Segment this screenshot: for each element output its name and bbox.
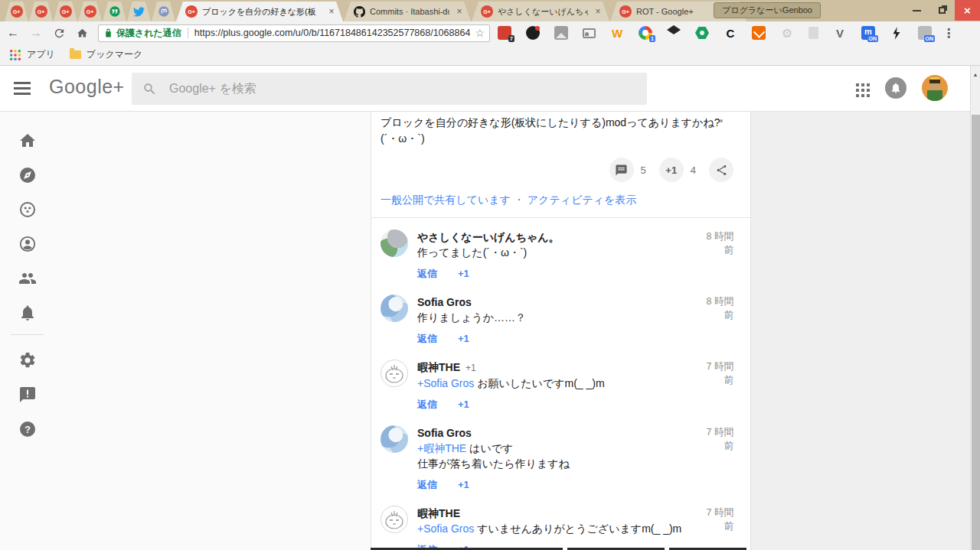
reply-link[interactable]: 返信 [417, 479, 437, 490]
menu-hamburger-icon[interactable] [14, 82, 32, 96]
url-text[interactable]: https://plus.google.com/u/0/b/1167184861… [194, 28, 471, 38]
plus-one-link[interactable]: +1 [458, 399, 469, 410]
comment-button[interactable] [609, 158, 634, 182]
commenter-name[interactable]: 暇神THE [417, 507, 460, 519]
reload-button[interactable] [49, 23, 69, 43]
pinned-tab-twitter[interactable] [127, 2, 151, 21]
google-apps-icon[interactable] [856, 83, 870, 97]
vimium-v-extension-icon[interactable]: V [833, 26, 847, 40]
m-on-extension-icon[interactable]: mON [861, 26, 875, 40]
sidebar-item-people[interactable] [18, 269, 37, 288]
user-avatar[interactable] [922, 75, 948, 101]
plus-one-link[interactable]: +1 [458, 333, 469, 344]
commenter-name[interactable]: Sofia Gros [417, 296, 472, 308]
black-c-extension-icon[interactable]: C [724, 26, 737, 40]
pinned-tab-mastodon[interactable] [152, 2, 175, 21]
minimize-button[interactable] [903, 0, 929, 21]
photos-extension-icon[interactable] [554, 26, 568, 40]
reply-link[interactable]: 返信 [417, 399, 437, 410]
folder-icon [70, 50, 81, 59]
post-menu-dot[interactable] [720, 119, 723, 122]
mention-link[interactable]: +Sofia Gros [417, 522, 474, 535]
search-input[interactable] [169, 82, 598, 96]
sidebar-item-home[interactable] [18, 132, 37, 150]
tab-blocks-post[interactable]: ブロックを自分の好きな形(板 [176, 2, 343, 21]
commenter-name[interactable]: やさしくなーいげんちゃん。 [417, 231, 560, 243]
sidebar-item-communities[interactable] [18, 200, 37, 219]
address-bar[interactable]: 保護された通信 https://plus.google.com/u/0/b/11… [98, 24, 490, 42]
restore-window-button[interactable] [929, 0, 955, 21]
hangouts-icon [109, 5, 121, 18]
notifications-bell-icon[interactable] [885, 77, 906, 99]
reply-link[interactable]: 返信 [417, 268, 437, 279]
commenter-name[interactable]: 暇神THE [417, 361, 460, 373]
bookmarks-folder[interactable]: ブックマーク [64, 48, 142, 61]
tab-genchan-profile[interactable]: やさしくなーいげんちゃん。- [472, 2, 609, 21]
orange-chart-extension-icon[interactable] [752, 26, 766, 40]
close-tab-icon[interactable] [454, 6, 465, 17]
close-window-button[interactable] [955, 0, 980, 21]
commenter-avatar[interactable] [381, 229, 408, 257]
google-plus-logo[interactable]: Google+ [49, 76, 125, 98]
google-plus-icon [185, 5, 198, 18]
search-box[interactable] [132, 73, 647, 105]
pinned-tab-hangouts[interactable] [103, 2, 126, 21]
plus-one-link[interactable]: +1 [458, 268, 469, 279]
share-button[interactable] [709, 158, 733, 182]
black-red-circle-extension-icon[interactable] [526, 26, 540, 40]
scrollbar-thumb[interactable] [972, 115, 980, 550]
mention-link[interactable]: +暇神THE [417, 442, 466, 454]
disabled-gear-extension-icon[interactable] [780, 26, 794, 40]
plus-one-button[interactable]: +1 [659, 158, 684, 182]
google-plus-icon [11, 5, 23, 18]
share-icon [715, 164, 728, 177]
comment-timestamp: 8 時間前 [704, 229, 733, 279]
sidebar-item-settings[interactable] [18, 351, 37, 369]
sidebar-item-feedback[interactable] [18, 386, 37, 404]
page-scrollbar[interactable] [970, 66, 980, 550]
wikipedia-w-extension-icon[interactable]: W [610, 26, 624, 40]
on-extension-icon[interactable]: ON [918, 26, 932, 40]
browser-profile-chip[interactable]: プログラなーいGenboo [714, 2, 821, 18]
scrollbar-up-arrow[interactable] [971, 66, 980, 76]
close-tab-icon[interactable] [326, 6, 337, 17]
tab-github-commits[interactable]: Commits · Itabashi-do [344, 2, 471, 21]
browser-menu-icon[interactable] [942, 26, 955, 41]
bookmark-star-icon[interactable] [475, 26, 485, 40]
google-g-extension-icon[interactable]: 1 [639, 26, 652, 40]
pinned-tab-google-plus-2[interactable] [29, 2, 53, 21]
mastodon-icon [158, 5, 170, 18]
layers-extension-icon[interactable] [667, 25, 681, 41]
commenter-avatar[interactable] [381, 295, 408, 322]
lightning-extension-icon[interactable] [890, 26, 903, 40]
pinned-tab-google-plus-4[interactable] [78, 2, 102, 21]
pinned-tab-google-plus-1[interactable] [5, 2, 28, 21]
sidebar-item-notifications[interactable] [18, 304, 37, 322]
commenter-name[interactable]: Sofia Gros [417, 427, 472, 439]
forward-button[interactable] [26, 23, 46, 43]
plus-one-link[interactable]: +1 [458, 479, 469, 490]
home-button[interactable] [72, 23, 92, 43]
close-tab-icon[interactable] [593, 6, 603, 17]
green-hexagon-extension-icon[interactable] [695, 26, 709, 40]
reply-link[interactable]: 返信 [417, 333, 437, 344]
sidebar-item-profile[interactable] [18, 235, 37, 253]
search-icon [142, 82, 157, 96]
google-plus-icon [619, 5, 632, 18]
apps-shortcut[interactable]: アプリ [9, 48, 55, 61]
red-tile-extension-icon[interactable]: 7 [498, 26, 511, 40]
sidebar-item-explore[interactable] [18, 166, 37, 184]
comment-text: すいませんありがとうございますm(_ _)m [474, 522, 681, 535]
commenter-avatar[interactable] [381, 360, 408, 387]
back-button[interactable] [3, 23, 23, 43]
mention-link[interactable]: +Sofia Gros [417, 377, 474, 389]
commenter-avatar[interactable] [381, 425, 408, 453]
extensions-row: 7 W 1 C V mON ON [498, 25, 932, 41]
security-label[interactable]: 保護された通信 [116, 27, 181, 40]
disabled-page-extension-icon[interactable] [808, 27, 818, 39]
sidebar-item-help[interactable]: ? [18, 420, 37, 438]
commenter-avatar[interactable] [381, 506, 408, 533]
cast-extension-icon[interactable] [583, 28, 596, 38]
visibility-activity-link[interactable]: 一般公開で共有しています ・ アクティビティを表示 [381, 194, 733, 207]
pinned-tab-google-plus-3[interactable] [54, 2, 77, 21]
